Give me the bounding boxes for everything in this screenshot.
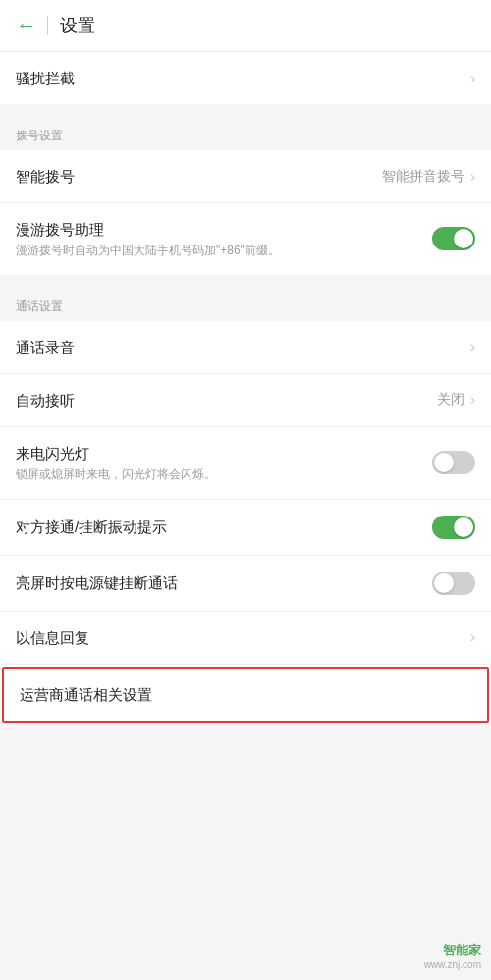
item-subtitle-roaming-assistant: 漫游拨号时自动为中国大陆手机号码加"+86"前缀。: [16, 243, 330, 259]
item-title-flash-light: 来电闪光灯: [16, 443, 432, 463]
app-header: ← 设置: [0, 0, 491, 52]
section-label-dial-settings: 拨号设置: [0, 114, 491, 150]
toggle-flash-light[interactable]: [432, 451, 475, 474]
watermark-brand: 智能家: [424, 942, 481, 959]
settings-item-call-recording[interactable]: 通话录音›: [0, 321, 491, 374]
item-right-power-hang: [432, 572, 475, 595]
settings-item-roaming-assistant[interactable]: 漫游拨号助理漫游拨号时自动为中国大陆手机号码加"+86"前缀。: [0, 203, 491, 275]
settings-item-harassment-block[interactable]: 骚扰拦截›: [0, 52, 491, 104]
section-divider: [0, 275, 491, 285]
item-left-vibrate-notify: 对方接通/挂断振动提示: [16, 517, 432, 537]
item-right-roaming-assistant: [432, 227, 475, 250]
item-title-harassment-block: 骚扰拦截: [16, 68, 470, 88]
item-left-call-recording: 通话录音: [16, 337, 470, 357]
item-right-auto-answer: 关闭›: [437, 391, 475, 408]
toggle-knob-vibrate-notify: [454, 517, 473, 537]
settings-group-top-items: 骚扰拦截›: [0, 52, 491, 104]
watermark: 智能家 www.znj.com: [424, 942, 481, 970]
section-label-call-settings: 通话设置: [0, 285, 491, 321]
item-title-auto-answer: 自动接听: [16, 390, 437, 410]
toggle-knob-power-hang: [434, 573, 454, 593]
chevron-icon-sms-reply: ›: [470, 629, 475, 645]
toggle-power-hang[interactable]: [432, 572, 475, 595]
item-title-carrier-call-settings: 运营商通话相关设置: [20, 684, 471, 705]
settings-item-flash-light[interactable]: 来电闪光灯锁屏或熄屏时来电，闪光灯将会闪烁。: [0, 427, 491, 500]
item-left-smart-dial: 智能拨号: [16, 166, 382, 187]
settings-item-vibrate-notify[interactable]: 对方接通/挂断振动提示: [0, 500, 491, 556]
content-area: 骚扰拦截›拨号设置智能拨号智能拼音拨号›漫游拨号助理漫游拨号时自动为中国大陆手机…: [0, 52, 491, 723]
toggle-knob-roaming-assistant: [454, 229, 473, 248]
chevron-icon-auto-answer: ›: [470, 392, 475, 408]
item-value-auto-answer: 关闭: [437, 391, 464, 408]
item-value-smart-dial: 智能拼音拨号: [382, 168, 464, 186]
item-right-sms-reply: ›: [470, 629, 475, 645]
toggle-knob-flash-light: [434, 453, 454, 472]
item-title-smart-dial: 智能拨号: [16, 166, 382, 187]
item-left-harassment-block: 骚扰拦截: [16, 68, 470, 88]
chevron-icon-smart-dial: ›: [470, 169, 475, 185]
item-title-vibrate-notify: 对方接通/挂断振动提示: [16, 517, 432, 537]
item-left-roaming-assistant: 漫游拨号助理漫游拨号时自动为中国大陆手机号码加"+86"前缀。: [16, 219, 432, 259]
item-right-vibrate-notify: [432, 516, 475, 539]
item-left-sms-reply: 以信息回复: [16, 627, 470, 648]
section-divider: [0, 104, 491, 114]
item-left-auto-answer: 自动接听: [16, 390, 437, 410]
item-title-power-hang: 亮屏时按电源键挂断通话: [16, 572, 432, 593]
page-title: 设置: [60, 14, 95, 37]
item-title-call-recording: 通话录音: [16, 337, 470, 357]
item-subtitle-flash-light: 锁屏或熄屏时来电，闪光灯将会闪烁。: [16, 466, 330, 483]
item-title-roaming-assistant: 漫游拨号助理: [16, 219, 432, 240]
item-left-flash-light: 来电闪光灯锁屏或熄屏时来电，闪光灯将会闪烁。: [16, 443, 432, 483]
chevron-icon-call-recording: ›: [470, 339, 475, 354]
item-right-call-recording: ›: [470, 339, 475, 354]
item-right-flash-light: [432, 451, 475, 474]
settings-item-carrier-call-settings[interactable]: 运营商通话相关设置: [2, 667, 489, 723]
item-left-carrier-call-settings: 运营商通话相关设置: [20, 684, 471, 705]
watermark-url: www.znj.com: [424, 959, 481, 970]
item-right-smart-dial: 智能拼音拨号›: [382, 168, 475, 186]
settings-item-smart-dial[interactable]: 智能拨号智能拼音拨号›: [0, 150, 491, 203]
item-right-harassment-block: ›: [470, 71, 475, 86]
settings-item-auto-answer[interactable]: 自动接听关闭›: [0, 374, 491, 427]
header-divider: [47, 16, 48, 35]
settings-group-call-settings: 通话录音›自动接听关闭›来电闪光灯锁屏或熄屏时来电，闪光灯将会闪烁。对方接通/挂…: [0, 321, 491, 723]
settings-group-dial-settings: 智能拨号智能拼音拨号›漫游拨号助理漫游拨号时自动为中国大陆手机号码加"+86"前…: [0, 150, 491, 275]
back-button[interactable]: ←: [16, 15, 37, 36]
item-left-power-hang: 亮屏时按电源键挂断通话: [16, 572, 432, 593]
toggle-vibrate-notify[interactable]: [432, 516, 475, 539]
item-title-sms-reply: 以信息回复: [16, 627, 470, 648]
chevron-icon-harassment-block: ›: [470, 71, 475, 86]
settings-item-power-hang[interactable]: 亮屏时按电源键挂断通话: [0, 556, 491, 612]
settings-item-sms-reply[interactable]: 以信息回复›: [0, 612, 491, 665]
toggle-roaming-assistant[interactable]: [432, 227, 475, 250]
